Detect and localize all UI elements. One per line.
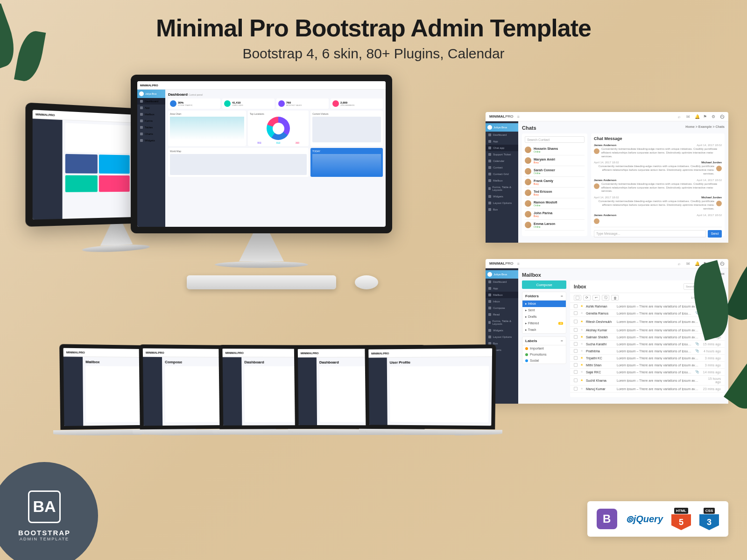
sidebar-item[interactable]: Read [486,311,518,318]
contact-item[interactable]: Emma LarsonOnline [525,220,585,231]
sidebar-item[interactable]: Inbox [486,298,518,305]
chat-message: Michael JordenApril 14, 2017 18:02Conven… [594,196,722,210]
label-item[interactable]: Social [522,357,566,364]
contact-list: Search Contact Hossein ShamsOnlineMaryam… [522,133,587,236]
reply-button[interactable]: ↩ [592,295,600,301]
select-all-checkbox[interactable] [574,295,581,301]
bell-icon[interactable]: 🔔 [695,114,699,119]
email-checkbox[interactable] [574,320,578,323]
sidebar-item[interactable]: Mailbox [137,111,165,118]
compose-button[interactable]: Compose [522,280,566,289]
star-icon[interactable]: ★ [580,378,583,382]
chat-message: James AndersonApril 14, 2017 18:02Conven… [594,144,722,158]
sidebar-item[interactable]: Forms, Table & Layouts [486,184,518,193]
search-icon[interactable]: ⌕ [678,114,683,119]
sidebar-item[interactable]: Forms, Table & Layouts [486,318,518,327]
stat-card: 30%STORE TRAFFIC [168,98,220,109]
info-button[interactable]: ⓘ [602,295,609,301]
css3-badge: CSS 3 [699,508,719,530]
email-checkbox[interactable] [574,378,578,382]
folder-item[interactable]: ▸ Sent [522,307,566,314]
label-item[interactable]: Important [522,345,566,351]
gear-icon[interactable]: ⚙ [712,114,716,119]
sidebar-item[interactable]: Mailbox [486,292,518,298]
menu-icon[interactable]: ≡ [517,261,520,266]
contact-item[interactable]: John ParinaBusy [525,209,585,220]
sidebar-item[interactable]: Widgets [486,193,518,200]
page-heading: Mailbox [522,272,541,278]
star-icon[interactable]: ★ [580,363,583,367]
avatar [525,200,531,207]
star-icon[interactable]: ★ [580,342,583,346]
mail-icon[interactable]: ✉ [686,114,691,119]
sidebar-item[interactable]: Tables [137,124,165,131]
folder-item[interactable]: ▸ Drafts [522,314,566,320]
label-item[interactable]: Promotions [522,351,566,357]
sidebar-item[interactable]: App [486,138,518,145]
folder-item[interactable]: ▸ Filtered25 [522,320,566,327]
star-icon[interactable]: ★ [580,304,583,308]
delete-button[interactable]: 🗑 [611,295,619,301]
email-checkbox[interactable] [574,349,578,353]
email-checkbox[interactable] [574,356,578,360]
collapse-icon[interactable]: − [561,294,563,298]
sidebar-item[interactable]: Dashboard [137,98,165,105]
star-icon[interactable]: ★ [580,320,583,323]
star-icon[interactable]: ★ [580,328,583,332]
sidebar-item[interactable]: Compose [486,305,518,311]
folder-item[interactable]: ▸ Inbox [522,301,566,307]
sidebar-item[interactable]: App [137,105,165,111]
star-icon[interactable]: ★ [580,356,583,360]
star-icon[interactable]: ★ [580,335,583,339]
tech-stack-badges: B ⊚jQuery HTML 5 CSS 3 [587,501,728,537]
email-checkbox[interactable] [574,342,578,346]
page-heading: Chats [522,125,536,131]
contact-item[interactable]: Ramon MostofiOnline [525,198,585,209]
contact-item[interactable]: Frank CamlyBusy [525,177,585,188]
stat-card: 760MONTHLY SALES [276,98,329,109]
laptop-preview: MINIMALPROUser Profile [365,345,495,436]
sidebar-user[interactable]: Juliya Brus [486,270,518,279]
email-checkbox[interactable] [574,311,578,315]
menu-icon[interactable]: ≡ [517,114,520,119]
sidebar-item[interactable]: Widgets [486,327,518,334]
sidebar-item[interactable]: Layout Options [486,334,518,340]
sidebar-item[interactable]: Box [486,206,518,213]
sidebar-item[interactable]: Contact [486,164,518,171]
app-logo: MINIMALPRO [489,261,514,266]
sidebar-item[interactable]: Contact Grid [486,171,518,177]
contact-item[interactable]: Sarah ConnerOnline [525,166,585,177]
star-icon[interactable]: ★ [580,387,583,391]
contact-item[interactable]: Maryam AmiriBusy [525,155,585,166]
email-checkbox[interactable] [574,370,578,374]
email-checkbox[interactable] [574,304,578,308]
email-checkbox[interactable] [574,328,578,332]
sidebar-item[interactable]: Dashboard [486,132,518,138]
sidebar-item[interactable]: Widgets [137,137,165,144]
sidebar-user[interactable]: Juliya Brus [486,123,518,132]
email-checkbox[interactable] [574,363,578,367]
sidebar-item[interactable]: Mailbox [486,177,518,184]
label-color-icon [525,359,528,362]
search-input[interactable]: Search Contact [525,136,585,143]
sidebar-item[interactable]: Calendar [486,158,518,164]
exit-icon[interactable]: ⏻ [720,114,725,119]
sidebar-item[interactable]: Support Ticket [486,151,518,158]
email-checkbox[interactable] [574,335,578,339]
flag-icon[interactable]: ⚑ [703,114,708,119]
star-icon[interactable]: ★ [580,349,583,353]
star-icon[interactable]: ★ [580,311,583,315]
collapse-icon[interactable]: − [561,339,563,343]
refresh-button[interactable]: ⟳ [583,295,591,301]
sidebar-item[interactable]: Chat app [486,145,518,151]
sidebar-item[interactable]: Charts [137,131,165,137]
folder-item[interactable]: ▸ Trash [522,327,566,333]
contact-item[interactable]: Ted EricsonBusy [525,188,585,198]
email-checkbox[interactable] [574,387,578,391]
contact-item[interactable]: Hossein ShamsOnline [525,145,585,155]
star-icon[interactable]: ★ [580,370,583,374]
sidebar-item[interactable]: Dashboard [486,279,518,285]
sidebar-item[interactable]: Forms [137,118,165,124]
sidebar-item[interactable]: Layout Options [486,200,518,206]
sidebar-item[interactable]: App [486,285,518,292]
